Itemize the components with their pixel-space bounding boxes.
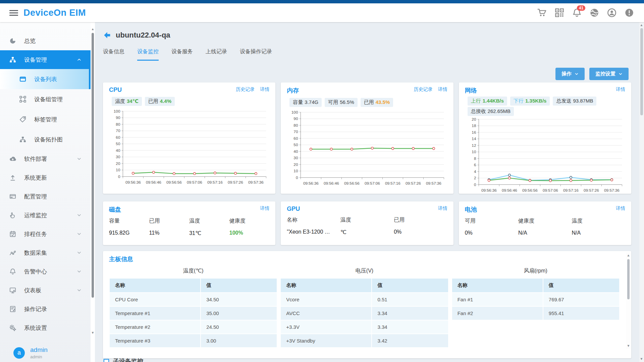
page-scrollbar[interactable]: ▲ ▼ bbox=[639, 22, 644, 362]
sidebar-item-11[interactable]: 排程任务 bbox=[0, 225, 91, 243]
sidebar-item-label: 排程任务 bbox=[24, 230, 47, 238]
sidebar-item-14[interactable]: 仪表板 bbox=[0, 281, 91, 300]
tab-2[interactable]: 设备监控 bbox=[137, 48, 159, 61]
svg-text:09:57:26: 09:57:26 bbox=[584, 188, 599, 193]
sidebar-item-16[interactable]: 系统设置 bbox=[0, 318, 91, 337]
chevron-down-icon bbox=[76, 288, 82, 293]
svg-text:10: 10 bbox=[294, 169, 299, 173]
user-account-icon[interactable] bbox=[607, 8, 616, 17]
svg-text:09:57:26: 09:57:26 bbox=[228, 180, 243, 185]
svg-text:10: 10 bbox=[116, 168, 120, 172]
column-header: 值 bbox=[201, 279, 277, 292]
svg-text:40: 40 bbox=[116, 148, 120, 153]
scrollbar-thumb[interactable] bbox=[640, 28, 643, 115]
svg-text:60: 60 bbox=[116, 135, 120, 140]
sidebar-item-7[interactable]: 软件部署 bbox=[0, 149, 91, 168]
svg-text:09:57:06: 09:57:06 bbox=[365, 181, 380, 186]
scroll-down-icon[interactable]: ▼ bbox=[91, 330, 95, 335]
svg-text:0: 0 bbox=[474, 182, 476, 187]
svg-text:09:56:36: 09:56:36 bbox=[125, 180, 141, 185]
card-link[interactable]: 详情 bbox=[260, 86, 269, 93]
svg-text:0: 0 bbox=[118, 174, 120, 179]
scrollbar-thumb[interactable] bbox=[92, 33, 94, 298]
menu-toggle-icon[interactable] bbox=[9, 9, 18, 17]
sidebar-scrollbar[interactable]: ▲ ▼ bbox=[91, 22, 95, 362]
table-cell: 955.41 bbox=[543, 307, 619, 320]
sidebar-item-9[interactable]: 配置管理 bbox=[0, 187, 91, 206]
store-cart-icon[interactable] bbox=[537, 8, 547, 17]
scroll-up-icon[interactable]: ▲ bbox=[626, 253, 631, 258]
subdevice-section: 子设备监控 bbox=[103, 357, 143, 362]
tab-4[interactable]: 上线记录 bbox=[206, 48, 227, 61]
card-link[interactable]: 详情 bbox=[616, 86, 625, 93]
notifications-bell-icon[interactable]: 41 bbox=[572, 8, 582, 17]
table-row: CPU Core34.50 bbox=[110, 293, 277, 306]
status-field: 已用11% bbox=[149, 218, 190, 236]
sidebar-item-10[interactable]: 运维监控 bbox=[0, 206, 91, 225]
tab-5[interactable]: 设备操作记录 bbox=[240, 48, 272, 61]
language-globe-icon[interactable] bbox=[590, 8, 599, 17]
topology-icon bbox=[19, 136, 26, 143]
svg-text:09:56:46: 09:56:46 bbox=[324, 181, 339, 186]
card-link[interactable]: 历史记录 bbox=[236, 86, 255, 93]
sensor-table: 名称值Vcore0.51AVCC3.34+3.3V3.34+3V Standby… bbox=[280, 278, 448, 348]
sidebar-item-15[interactable]: 操作记录 bbox=[0, 300, 91, 318]
sidebar-item-13[interactable]: 告警中心 bbox=[0, 262, 91, 281]
scroll-up-icon[interactable]: ▲ bbox=[91, 27, 95, 32]
sidebar-item-6[interactable]: 设备拓扑图 bbox=[0, 129, 91, 149]
cpu-card-title: CPU bbox=[109, 86, 122, 94]
system-alert-icon[interactable] bbox=[625, 8, 634, 17]
sidebar-user[interactable]: a admin admin bbox=[13, 346, 48, 359]
sidebar-item-12[interactable]: 数据采集 bbox=[0, 243, 91, 262]
scroll-down-icon[interactable]: ▼ bbox=[626, 344, 631, 348]
sidebar-item-2[interactable]: 设备管理 bbox=[0, 50, 91, 69]
qr-code-icon[interactable] bbox=[555, 8, 564, 17]
scrollbar-thumb[interactable] bbox=[627, 259, 630, 299]
table-cell: 24.50 bbox=[201, 320, 277, 334]
card-link[interactable]: 详情 bbox=[616, 205, 625, 212]
scroll-down-icon[interactable]: ▼ bbox=[639, 357, 644, 361]
table-cell: Fan #2 bbox=[452, 307, 543, 320]
svg-text:50: 50 bbox=[294, 142, 299, 147]
table-row: Temperature #135.00 bbox=[110, 307, 277, 320]
metric-badge: 上行1.44KB/s bbox=[468, 97, 507, 106]
card-link[interactable]: 详情 bbox=[438, 205, 447, 212]
status-field: 健康度N/A bbox=[518, 218, 572, 236]
sidebar-item-3[interactable]: 设备列表 bbox=[0, 69, 91, 89]
tab-3[interactable]: 设备服务 bbox=[171, 48, 193, 61]
card-link[interactable]: 详情 bbox=[438, 86, 447, 93]
table-cell: AVCC bbox=[281, 307, 371, 320]
svg-text:09:56:56: 09:56:56 bbox=[166, 180, 182, 185]
tag-icon bbox=[19, 116, 26, 123]
status-field: 温度N/A bbox=[572, 218, 625, 236]
sidebar-item-4[interactable]: 设备组管理 bbox=[0, 89, 91, 109]
scroll-up-icon[interactable]: ▲ bbox=[639, 23, 644, 27]
card-link[interactable]: 详情 bbox=[260, 205, 269, 212]
sidebar-item-5[interactable]: 标签管理 bbox=[0, 109, 91, 129]
motherboard-scrollbar[interactable]: ▲ ▼ bbox=[626, 252, 631, 349]
tab-1[interactable]: 设备信息 bbox=[103, 48, 124, 61]
cpu-card: CPU 历史记录详情 温度34℃已用4.4% 01020304050607080… bbox=[103, 82, 275, 194]
back-arrow-icon[interactable] bbox=[103, 31, 111, 39]
svg-text:14: 14 bbox=[472, 136, 476, 141]
column-header: 名称 bbox=[110, 279, 200, 292]
sidebar-item-8[interactable]: 系统更新 bbox=[0, 168, 91, 187]
sidebar-item-1[interactable]: 总览 bbox=[0, 32, 91, 50]
operate-button[interactable]: 操作 bbox=[555, 68, 585, 80]
card-link[interactable]: 历史记录 bbox=[414, 86, 433, 93]
pie-icon bbox=[9, 38, 16, 44]
cpu-usage-chart: 010203040506070809010009:56:3609:56:4609… bbox=[109, 108, 269, 187]
monitor-settings-button[interactable]: 监控设置 bbox=[589, 68, 629, 80]
metric-badge: 容量3.74G bbox=[289, 98, 322, 107]
line-chart-svg: 0246810121416182009:56:3609:56:4609:56:5… bbox=[465, 116, 625, 194]
sensor-table: 名称值Fan #1769.67Fan #2955.41 bbox=[451, 278, 620, 320]
svg-text:80: 80 bbox=[116, 122, 120, 127]
svg-text:70: 70 bbox=[294, 129, 299, 134]
app-header: DeviceOn EIM 41 bbox=[0, 3, 644, 22]
svg-text:09:57:36: 09:57:36 bbox=[604, 188, 620, 193]
svg-text:09:57:06: 09:57:06 bbox=[187, 180, 202, 185]
sitemap-icon bbox=[9, 56, 16, 63]
motherboard-card: 主板信息 温度(℃)名称值CPU Core34.50Temperature #1… bbox=[103, 251, 631, 358]
monitor-cards-row: CPU 历史记录详情 温度34℃已用4.4% 01020304050607080… bbox=[103, 82, 631, 194]
status-field: 温度℃ bbox=[340, 217, 394, 235]
